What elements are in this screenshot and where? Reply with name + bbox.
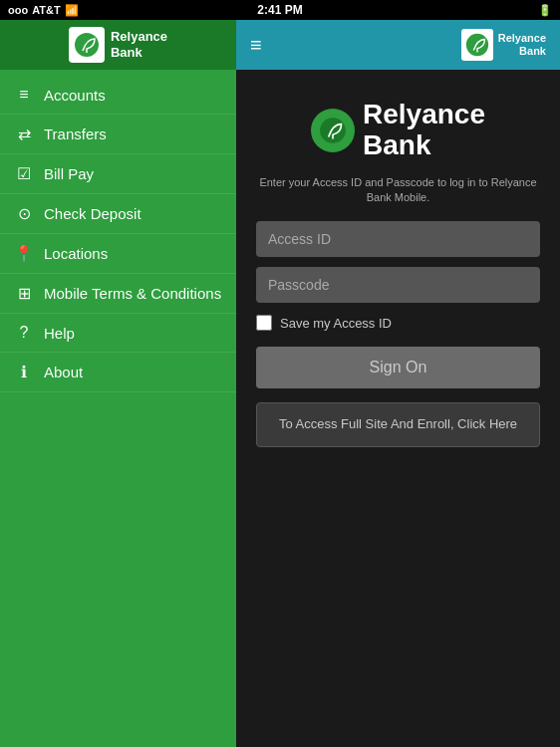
right-panel: ≡ Relyance Bank [236, 20, 560, 747]
status-right: 🔋 [538, 4, 552, 17]
sidebar-item-locations[interactable]: 📍 Locations [0, 234, 236, 274]
sidebar-item-label-accounts: Accounts [44, 87, 106, 104]
bank-logo-area: Relyance Bank [311, 100, 485, 161]
top-bar: ≡ Relyance Bank [236, 20, 560, 70]
sidebar-item-bill-pay[interactable]: ☑ Bill Pay [0, 154, 236, 194]
save-row: Save my Access ID [256, 313, 540, 333]
bill-pay-icon: ☑ [14, 164, 34, 183]
access-id-input[interactable] [256, 221, 540, 257]
sidebar-item-mobile-terms[interactable]: ⊞ Mobile Terms & Conditions [0, 274, 236, 314]
enroll-button[interactable]: To Access Full Site And Enroll, Click He… [256, 402, 540, 446]
help-icon: ? [14, 324, 34, 342]
battery-icon: 🔋 [538, 4, 552, 17]
sidebar-header: Relyance Bank [0, 20, 236, 70]
check-deposit-icon: ⊙ [14, 204, 34, 223]
sidebar-item-label-check-deposit: Check Deposit [44, 205, 141, 222]
bank-name-text: Relyance Bank [363, 100, 485, 161]
sidebar-logo-icon [69, 27, 105, 63]
mobile-terms-icon: ⊞ [14, 284, 34, 303]
save-access-id-label: Save my Access ID [280, 316, 392, 331]
sidebar-item-label-bill-pay: Bill Pay [44, 165, 94, 182]
sidebar-item-accounts[interactable]: ≡ Accounts [0, 76, 236, 115]
sidebar-logo: Relyance Bank [69, 27, 167, 63]
top-bar-logo-box [461, 29, 493, 61]
status-left: ooo AT&T 📶 [8, 4, 79, 17]
sidebar-item-transfers[interactable]: ⇄ Transfers [0, 115, 236, 154]
svg-point-1 [466, 34, 488, 56]
passcode-input[interactable] [256, 267, 540, 303]
transfers-icon: ⇄ [14, 124, 34, 143]
sidebar-item-label-help: Help [44, 325, 75, 342]
top-bar-logo-text: Relyance Bank [498, 32, 546, 58]
sidebar-nav: ≡ Accounts ⇄ Transfers ☑ Bill Pay ⊙ Chec… [0, 70, 236, 398]
locations-icon: 📍 [14, 244, 34, 263]
bank-leaf-icon [73, 31, 101, 59]
sidebar-item-label-mobile-terms: Mobile Terms & Conditions [44, 285, 221, 302]
svg-point-2 [320, 118, 346, 143]
top-bar-bank-icon [464, 32, 490, 58]
sidebar-item-check-deposit[interactable]: ⊙ Check Deposit [0, 194, 236, 234]
sidebar-item-label-about: About [44, 364, 83, 380]
about-icon: ℹ [14, 363, 34, 381]
main-container: Relyance Bank ≡ Accounts ⇄ Transfers ☑ B… [0, 20, 560, 747]
wifi-icon: 📶 [65, 4, 79, 17]
sidebar-item-label-transfers: Transfers [44, 125, 107, 142]
login-subtitle: Enter your Access ID and Passcode to log… [256, 175, 540, 206]
accounts-icon: ≡ [14, 86, 34, 104]
bank-main-icon [318, 116, 348, 145]
hamburger-icon[interactable]: ≡ [250, 34, 262, 57]
sidebar-item-label-locations: Locations [44, 245, 108, 262]
signal-dots: ooo [8, 4, 28, 16]
sidebar-logo-text: Relyance Bank [111, 29, 167, 60]
top-bar-logo: Relyance Bank [461, 29, 546, 61]
sidebar-item-help[interactable]: ? Help [0, 314, 236, 353]
login-area: Relyance Bank Enter your Access ID and P… [236, 70, 560, 747]
sign-on-button[interactable]: Sign On [256, 347, 540, 388]
status-time: 2:41 PM [257, 3, 302, 17]
svg-point-0 [75, 33, 99, 57]
carrier-name: AT&T [32, 4, 61, 16]
sidebar-item-about[interactable]: ℹ About [0, 353, 236, 392]
sidebar: Relyance Bank ≡ Accounts ⇄ Transfers ☑ B… [0, 20, 236, 747]
save-access-id-checkbox[interactable] [256, 315, 272, 331]
status-bar: ooo AT&T 📶 2:41 PM 🔋 [0, 0, 560, 20]
bank-logo-circle [311, 109, 355, 152]
